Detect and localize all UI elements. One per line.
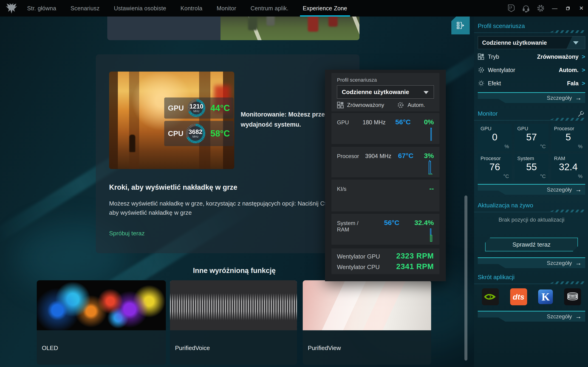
nav-item-home[interactable]: Str. główna	[27, 0, 56, 17]
kis-row-value: --	[385, 185, 434, 192]
cpu-row-label: Procesor	[337, 153, 359, 159]
overlay-row-gpu: GPU 180 MHz 56°C 0%	[331, 113, 439, 144]
hud-gpu-temp: 44°C	[210, 103, 230, 113]
monitor-panel: Monitor GPU 0 % GPU	[478, 108, 585, 195]
football-player-leg	[248, 17, 257, 30]
scenario-profile-panel: Profil scenariusza Codzienne użytkowanie	[478, 21, 585, 103]
nav-item-control[interactable]: Kontrola	[181, 0, 203, 17]
football-player-leg	[308, 17, 318, 32]
cpu-row-load: 3%	[414, 152, 434, 160]
no-updates-text: Brak pozycji do aktualizacji	[478, 217, 585, 223]
fan-cpu-rpm: 2341 RPM	[396, 262, 434, 271]
cyberpunk-overlay-preview-image: GPU 1210MHz 44°C CPU 3682MHz 58°C	[109, 72, 234, 169]
tile-ram-usage: RAM 32.4 %	[551, 154, 585, 181]
nav-item-experience-zone[interactable]: Experience Zone	[303, 0, 347, 17]
try-now-link[interactable]: Spróbuj teraz	[109, 230, 145, 237]
app-shortcut-row: dts K	[482, 288, 581, 305]
scenario-row-fan[interactable]: Wentylator Autom. >	[478, 64, 585, 76]
tile-unit: °C	[540, 173, 546, 179]
check-now-button[interactable]: Sprawdź teraz	[485, 238, 578, 251]
cpu-row-temp: 67°C	[391, 152, 414, 160]
nvidia-app-icon[interactable]	[482, 288, 499, 305]
tile-unit: °C	[540, 144, 546, 150]
wrench-icon[interactable]	[578, 110, 584, 119]
system-ram-load: 32.4%	[399, 219, 434, 227]
hud-cpu-row: CPU 3682MHz 58°C	[164, 121, 233, 146]
lighting-effect-icon	[478, 80, 488, 87]
settings-gear-icon[interactable]	[533, 0, 548, 17]
details-label: Szczegóły	[547, 186, 572, 193]
scenario-panel-header: Profil scenariusza	[478, 21, 585, 31]
overlay-profile-dropdown[interactable]: Codzienne użytkowanie	[337, 85, 434, 99]
nav-item-personal-settings[interactable]: Ustawienia osobiste	[114, 0, 166, 17]
feature-card-purifiedvoice[interactable]: PurifiedVoice	[170, 280, 297, 365]
header-line	[474, 32, 555, 33]
maximize-button[interactable]	[561, 0, 575, 17]
nav-item-monitor[interactable]: Monitor	[216, 0, 236, 17]
feature-card-monitoring: GPU 1210MHz 44°C CPU 3682MHz 58°C Monito…	[96, 54, 359, 253]
kis-row-label: KI/s	[337, 186, 385, 192]
tile-label: Procesor	[554, 126, 574, 132]
header-line	[474, 212, 555, 212]
hud-gpu-row: GPU 1210MHz 44°C	[164, 98, 233, 119]
tile-value: 32.4	[551, 161, 585, 173]
tile-cpu-load: Procesor 5 %	[551, 124, 585, 151]
dts-app-icon[interactable]: dts	[510, 288, 527, 305]
details-label: Szczegóły	[547, 260, 572, 266]
right-sidebar: Profil scenariusza Codzienne użytkowanie	[474, 17, 588, 367]
scenario-dropdown-value: Codzienne użytkowanie	[482, 40, 547, 46]
gpu-mhz-unit: MHz	[193, 109, 199, 113]
tile-gpu-load: GPU 0 %	[478, 124, 512, 151]
scenario-row-effect[interactable]: Efekt Fala >	[478, 77, 585, 89]
sidebar-expand-tab[interactable]	[451, 17, 470, 34]
killer-app-icon[interactable]: K	[538, 290, 553, 304]
overlay-profile-label: Profil scenariusza	[337, 77, 377, 83]
update-details-button[interactable]: Szczegóły →	[478, 257, 585, 268]
scrolled-card-football[interactable]	[107, 17, 359, 40]
planet9-icon[interactable]	[504, 0, 519, 17]
content-scrollbar[interactable]	[464, 195, 467, 361]
mode-grid-icon	[478, 53, 488, 60]
arrow-right-icon: →	[575, 94, 582, 102]
chevron-right-icon: >	[582, 67, 585, 74]
app-shortcuts-header: Skrót aplikacji	[478, 272, 585, 282]
overlay-profile-chips: Zrównoważony Autom.	[337, 101, 425, 109]
minimize-button[interactable]: —	[548, 0, 561, 17]
tile-gpu-temp: GPU 57 °C	[515, 124, 548, 151]
support-headset-icon[interactable]	[519, 0, 533, 17]
gpu-row-frequency: 180 MHz	[349, 119, 386, 126]
predator-logo-icon	[5, 2, 18, 15]
fan-gpu-rpm: 2323 RPM	[396, 252, 434, 260]
scenario-panel-title: Profil scenariusza	[478, 23, 525, 30]
mode-grid-icon	[337, 102, 344, 108]
nav-item-app-center[interactable]: Centrum aplik.	[251, 0, 288, 17]
tile-unit: %	[578, 144, 582, 150]
gpu-frequency-gauge: 1210MHz	[187, 99, 205, 117]
feature-card-oled[interactable]: OLED	[37, 280, 166, 365]
nav-item-scenario[interactable]: Scenariusz	[70, 0, 100, 17]
feature-card-purifiedview[interactable]: PurifiedView	[303, 280, 431, 365]
purifiedvoice-image	[170, 280, 297, 330]
steps-title: Kroki, aby wyświetlić nakładkę w grze	[109, 183, 237, 192]
apps-details-button[interactable]: Szczegóły →	[478, 311, 585, 322]
purifiedvoice-label: PurifiedVoice	[175, 344, 210, 352]
gpu-row-load: 0%	[411, 118, 434, 126]
steps-body-line2: aby wyświetlić nakładkę w grze	[109, 208, 353, 217]
hud-cpu-label: CPU	[168, 129, 186, 138]
monitor-details-button[interactable]: Szczegóły →	[478, 184, 585, 195]
monitor-panel-title: Monitor	[478, 110, 498, 117]
main-content: GPU 1210MHz 44°C CPU 3682MHz 58°C Monito…	[0, 17, 474, 367]
live-update-panel: Aktualizacja na żywo Brak pozycji do akt…	[478, 200, 585, 268]
panel-list-icon	[456, 20, 466, 31]
mode-row-value: Zrównoważony	[537, 53, 579, 60]
tile-system-temp: System 55 °C	[515, 154, 548, 181]
scenario-dropdown[interactable]: Codzienne użytkowanie	[478, 36, 585, 49]
fan-icon	[397, 101, 404, 109]
scenario-row-mode[interactable]: Tryb Zrównoważony >	[478, 51, 585, 62]
fan-chip-label: Autom.	[407, 102, 425, 108]
monitor-tiles: GPU 0 % GPU 57 °C Procesor 5 % Procesor …	[478, 124, 585, 181]
coil-app-icon[interactable]	[564, 288, 581, 305]
fan-gpu-row: Wentylator GPU 2323 RPM	[337, 252, 434, 260]
scenario-details-button[interactable]: Szczegóły →	[478, 92, 585, 103]
close-button[interactable]: ✕	[575, 0, 588, 17]
